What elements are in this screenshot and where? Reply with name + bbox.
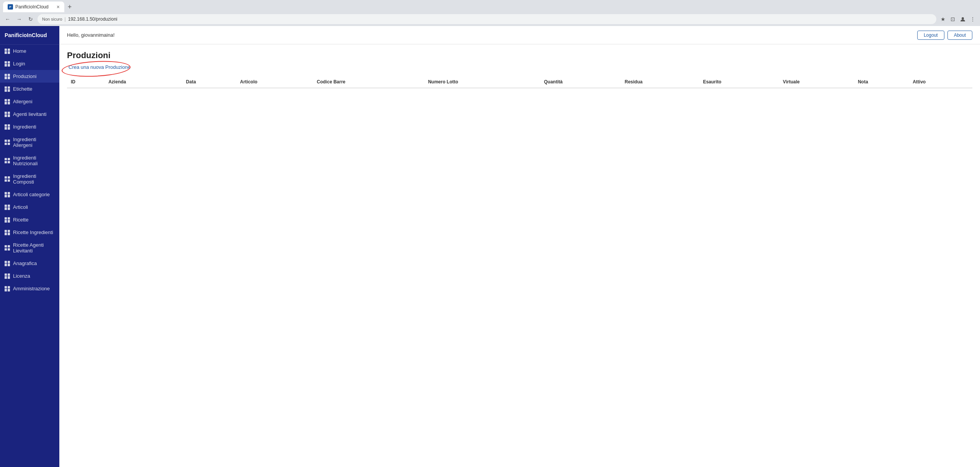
sidebar: PanificioInCloud HomeLoginProduzioniEtic… [0,26,59,467]
productions-table: IDAziendaDataArticoloCodice BarreNumero … [67,76,972,88]
tab-close-button[interactable]: × [57,4,60,10]
table-column-header: Residua [621,76,699,88]
sidebar-item-ingredienti-allergeni[interactable]: Ingredienti Allergeni [0,133,59,151]
tab-title: PanificioInCloud [15,4,54,10]
sidebar-item-label: Ingredienti Nutrizionali [13,155,55,166]
grid-icon [5,99,10,104]
sidebar-item-amministrazione[interactable]: Amministrazione [0,282,59,295]
grid-icon [5,74,10,79]
profile-icon[interactable] [959,15,967,23]
page-title: Produzioni [67,50,972,60]
sidebar-item-label: Licenza [13,273,30,279]
svg-point-0 [962,17,964,20]
grid-icon [5,261,10,266]
table-column-header: Nota [854,76,909,88]
main-content: Hello, giovannimaina! Logout About Produ… [59,26,980,467]
page-content: Produzioni Crea una nuova Produzione IDA… [59,44,980,467]
table-column-header: ID [67,76,105,88]
sidebar-item-ingredienti[interactable]: Ingredienti [0,120,59,133]
sidebar-item-agenti-lievitanti[interactable]: Agenti lievitanti [0,108,59,120]
table-column-header: Articolo [236,76,313,88]
sidebar-item-label: Amministrazione [13,286,50,291]
sidebar-item-label: Ingredienti Composti [13,173,55,185]
top-bar: Hello, giovannimaina! Logout About [59,26,980,44]
sidebar-item-licenza[interactable]: Licenza [0,270,59,282]
sidebar-item-ingredienti-composti[interactable]: Ingredienti Composti [0,170,59,188]
table-column-header: Attivo [909,76,972,88]
sidebar-item-label: Articoli [13,204,28,210]
browser-chrome: P PanificioInCloud × + ← → ↻ Non sicuro … [0,0,980,26]
sidebar-item-label: Ingredienti Allergeni [13,137,55,148]
url-display: 192.168.1.50/produzioni [68,16,118,22]
table-column-header: Quantità [540,76,621,88]
sidebar-item-label: Etichette [13,86,33,92]
sidebar-item-articoli[interactable]: Articoli [0,201,59,213]
refresh-button[interactable]: ↻ [26,15,35,24]
sidebar-item-label: Allergeni [13,99,33,104]
sidebar-item-label: Anagrafica [13,260,37,266]
sidebar-item-label: Home [13,48,26,54]
sidebar-item-ricette-agenti-lievitanti[interactable]: Ricette Agenti Lievitanti [0,239,59,257]
tab-favicon: P [8,4,13,10]
grid-icon [5,192,10,197]
grid-icon [5,286,10,291]
sidebar-item-ricette-ingredienti[interactable]: Ricette Ingredienti [0,226,59,239]
grid-icon [5,140,10,145]
sidebar-item-login[interactable]: Login [0,57,59,70]
sidebar-item-etichette[interactable]: Etichette [0,83,59,95]
table-column-header: Codice Barre [313,76,425,88]
table-column-header: Esaurito [699,76,779,88]
about-button[interactable]: About [947,31,972,40]
back-button[interactable]: ← [3,15,12,24]
create-production-link[interactable]: Crea una nuova Produzione [67,63,132,71]
forward-button[interactable]: → [15,15,24,24]
grid-icon [5,205,10,210]
table-column-header: Azienda [105,76,182,88]
grid-icon [5,273,10,279]
grid-icon [5,176,10,182]
grid-icon [5,158,10,163]
top-bar-actions: Logout About [917,31,972,40]
extensions-icon[interactable]: ⊡ [949,15,957,23]
grid-icon [5,112,10,117]
browser-address-bar: ← → ↻ Non sicuro | 192.168.1.50/produzio… [0,12,980,26]
table-column-header: Numero Lotto [424,76,540,88]
sidebar-item-ingredienti-nutrizionali[interactable]: Ingredienti Nutrizionali [0,151,59,170]
sidebar-item-label: Ricette Agenti Lievitanti [13,242,55,254]
star-icon[interactable]: ★ [939,15,947,23]
table-header: IDAziendaDataArticoloCodice BarreNumero … [67,76,972,88]
sidebar-item-allergeni[interactable]: Allergeni [0,95,59,108]
sidebar-brand: PanificioInCloud [0,26,59,45]
sidebar-item-articoli-categorie[interactable]: Articoli categorie [0,188,59,201]
table-column-header: Virtuale [779,76,854,88]
sidebar-item-label: Ricette Ingredienti [13,229,53,235]
address-bar[interactable]: Non sicuro | 192.168.1.50/produzioni [38,14,936,24]
sidebar-item-label: Agenti lievitanti [13,111,46,117]
grid-icon [5,217,10,223]
browser-tab[interactable]: P PanificioInCloud × [3,2,64,12]
sidebar-item-label: Produzioni [13,73,36,79]
menu-icon[interactable]: ⋮ [969,15,977,23]
sidebar-item-label: Login [13,61,25,67]
grid-icon [5,230,10,235]
sidebar-item-label: Ingredienti [13,124,36,130]
grid-icon [5,245,10,251]
new-tab-button[interactable]: + [64,2,75,12]
grid-icon [5,124,10,130]
browser-toolbar: ★ ⊡ ⋮ [939,15,977,23]
sidebar-item-produzioni[interactable]: Produzioni [0,70,59,83]
sidebar-item-label: Articoli categorie [13,192,50,197]
logout-button[interactable]: Logout [917,31,944,40]
sidebar-item-anagrafica[interactable]: Anagrafica [0,257,59,270]
grid-icon [5,61,10,67]
sidebar-item-ricette[interactable]: Ricette [0,213,59,226]
greeting-text: Hello, giovannimaina! [67,32,114,38]
table-column-header: Data [182,76,236,88]
sidebar-item-label: Ricette [13,217,28,223]
grid-icon [5,49,10,54]
create-link-wrapper: Crea una nuova Produzione [67,64,132,70]
app-wrapper: PanificioInCloud HomeLoginProduzioniEtic… [0,26,980,467]
sidebar-item-home[interactable]: Home [0,45,59,57]
browser-tab-bar: P PanificioInCloud × + [0,0,980,12]
security-indicator: Non sicuro [42,17,62,21]
